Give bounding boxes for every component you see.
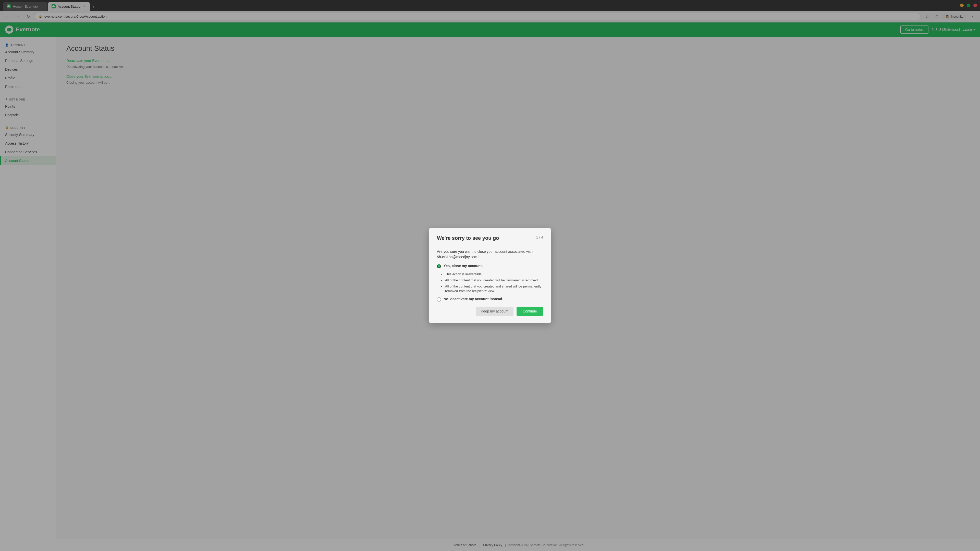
radio-no-input[interactable] [437, 297, 441, 302]
modal-footer: Keep my account Continue [437, 306, 543, 316]
bullet-item-0: This action is irreversible. [445, 272, 543, 276]
radio-no-label[interactable]: No, deactivate my account instead. [444, 297, 503, 301]
bullet-item-1: All of the content that you created will… [445, 278, 543, 283]
modal-dialog: We're sorry to see you go 1 / 4 Are you … [429, 228, 551, 323]
keep-account-button[interactable]: Keep my account [476, 306, 514, 316]
modal-overlay: We're sorry to see you go 1 / 4 Are you … [0, 0, 980, 551]
radio-no-option[interactable]: No, deactivate my account instead. [437, 297, 543, 302]
radio-yes-input[interactable] [437, 264, 441, 268]
modal-header: We're sorry to see you go 1 / 4 [437, 235, 543, 241]
continue-button[interactable]: Continue [517, 306, 543, 316]
bullet-list: This action is irreversible. All of the … [445, 272, 543, 294]
radio-yes-label[interactable]: Yes, close my account. [444, 264, 483, 268]
radio-yes-option[interactable]: Yes, close my account. [437, 264, 543, 268]
modal-divider [437, 244, 543, 245]
modal-step: 1 / 4 [536, 235, 543, 239]
modal-question: Are you sure you want to close your acco… [437, 249, 543, 260]
modal-title: We're sorry to see you go [437, 235, 499, 241]
bullet-item-2: All of the content that you created and … [445, 284, 543, 293]
